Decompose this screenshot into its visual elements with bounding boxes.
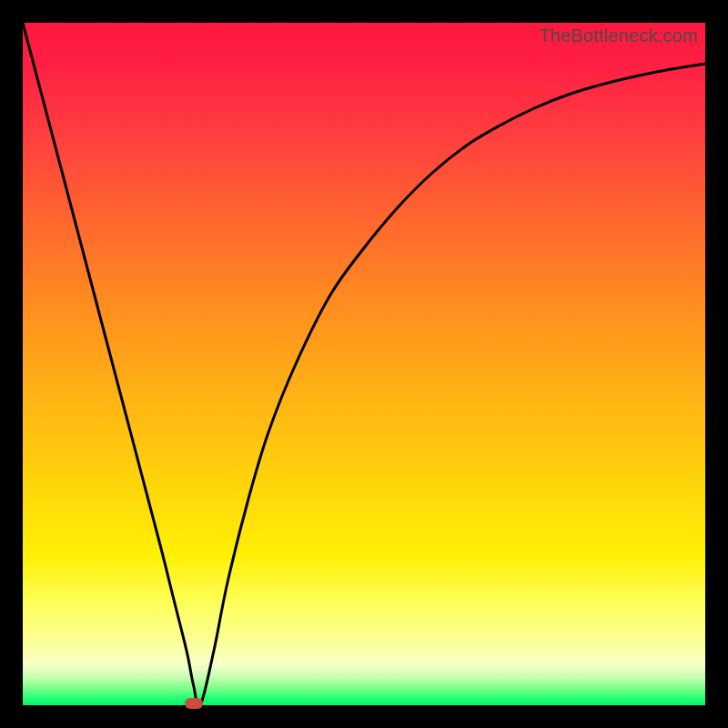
- plot-area: TheBottleneck.com: [23, 23, 705, 705]
- curve-path: [23, 23, 705, 706]
- bottleneck-curve: [23, 23, 705, 705]
- minimum-marker: [185, 698, 203, 709]
- chart-frame: TheBottleneck.com: [0, 0, 728, 728]
